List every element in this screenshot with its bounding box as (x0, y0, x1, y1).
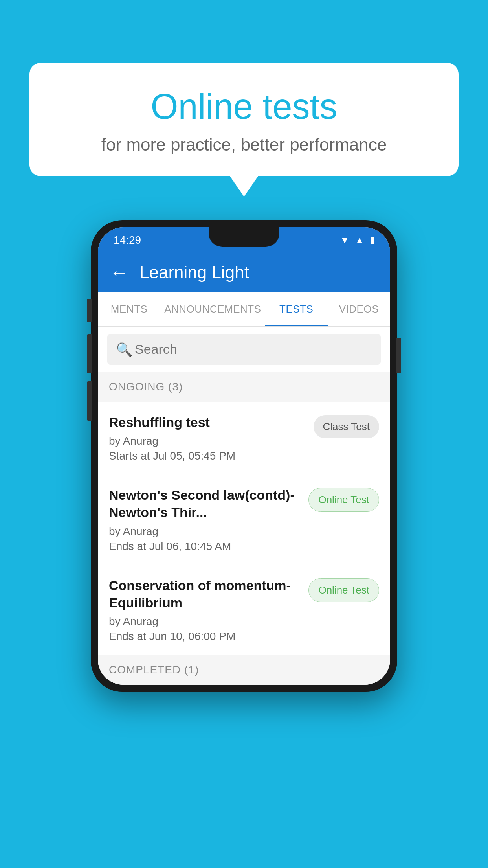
back-button[interactable]: ← (110, 262, 128, 283)
test-badge-2: Online Test (308, 488, 379, 512)
test-item-1[interactable]: Reshuffling test by Anurag Starts at Jul… (98, 402, 390, 474)
bubble-title: Online tests (57, 86, 431, 127)
test-name-3: Conservation of momentum-Equilibrium (109, 577, 301, 611)
tab-videos[interactable]: VIDEOS (328, 292, 390, 326)
volume-up-button (87, 334, 92, 373)
ongoing-section-header: ONGOING (3) (98, 372, 390, 402)
tab-announcements[interactable]: ANNOUNCEMENTS (160, 292, 265, 326)
battery-icon: ▮ (370, 235, 374, 245)
test-time-2: Ends at Jul 06, 10:45 AM (109, 540, 301, 553)
bubble-subtitle: for more practice, better performance (57, 135, 431, 154)
test-badge-3: Online Test (308, 578, 379, 602)
volume-silent-button (87, 299, 92, 322)
test-time-1: Starts at Jul 05, 05:45 PM (109, 450, 306, 462)
speech-bubble: Online tests for more practice, better p… (29, 63, 459, 176)
app-header: ← Learning Light (98, 253, 390, 292)
tabs-bar: MENTS ANNOUNCEMENTS TESTS VIDEOS (98, 292, 390, 327)
test-item-3[interactable]: Conservation of momentum-Equilibrium by … (98, 565, 390, 655)
test-info-1: Reshuffling test by Anurag Starts at Jul… (109, 414, 306, 462)
volume-down-button (87, 381, 92, 421)
test-author-1: by Anurag (109, 435, 306, 447)
phone-mockup: 14:29 ▼ ▲ ▮ ← Learning Light MENTS (91, 220, 397, 692)
tab-ments[interactable]: MENTS (98, 292, 160, 326)
test-time-3: Ends at Jun 10, 06:00 PM (109, 630, 301, 643)
test-list: Reshuffling test by Anurag Starts at Jul… (98, 402, 390, 655)
completed-section-header: COMPLETED (1) (98, 655, 390, 685)
status-icons: ▼ ▲ ▮ (340, 235, 374, 246)
test-author-2: by Anurag (109, 525, 301, 538)
test-badge-1: Class Test (314, 415, 379, 438)
test-item-2[interactable]: Newton's Second law(contd)-Newton's Thir… (98, 474, 390, 565)
test-info-3: Conservation of momentum-Equilibrium by … (109, 577, 301, 643)
phone-screen: 14:29 ▼ ▲ ▮ ← Learning Light MENTS (98, 227, 390, 685)
status-time: 14:29 (114, 234, 141, 246)
wifi-icon: ▼ (340, 235, 349, 246)
test-name-2: Newton's Second law(contd)-Newton's Thir… (109, 486, 301, 521)
search-container: 🔍 (98, 327, 390, 372)
signal-icon: ▲ (355, 235, 364, 246)
search-icon: 🔍 (116, 342, 132, 357)
test-author-3: by Anurag (109, 615, 301, 628)
tab-tests[interactable]: TESTS (265, 292, 328, 326)
test-name-1: Reshuffling test (109, 414, 306, 431)
search-wrapper: 🔍 (107, 334, 381, 365)
search-input[interactable] (107, 334, 381, 365)
app-title: Learning Light (139, 263, 249, 282)
test-info-2: Newton's Second law(contd)-Newton's Thir… (109, 486, 301, 552)
power-button (396, 338, 401, 373)
phone-frame: 14:29 ▼ ▲ ▮ ← Learning Light MENTS (91, 220, 397, 692)
